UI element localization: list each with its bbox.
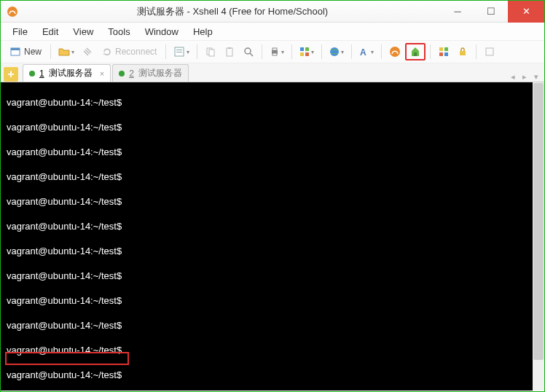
svg-rect-16 (305, 47, 309, 51)
svg-point-10 (245, 48, 251, 54)
disconnect-button[interactable] (79, 43, 96, 60)
xagent-button[interactable] (386, 43, 404, 60)
scrollbar[interactable] (533, 82, 544, 391)
tab-2[interactable]: 2 测试服务器 (112, 64, 189, 82)
color-scheme-button[interactable]: ▾ (297, 43, 317, 60)
menu-help[interactable]: Help (186, 25, 220, 39)
svg-rect-22 (414, 52, 417, 56)
terminal-line: vagrant@ubuntu-14:~/test$ (7, 195, 538, 208)
svg-rect-17 (300, 52, 304, 56)
separator (197, 44, 197, 59)
separator (476, 44, 477, 59)
svg-rect-28 (486, 48, 493, 55)
window-title: 测试服务器 - Xshell 4 (Free for Home/School) (24, 5, 441, 18)
add-tab-button[interactable]: + (4, 67, 18, 82)
properties-button[interactable]: ▾ (170, 43, 192, 60)
menubar: File Edit View Tools Window Help (1, 23, 544, 40)
tab-next-button[interactable]: ▸ (519, 72, 530, 82)
svg-rect-23 (439, 47, 443, 51)
separator (50, 44, 51, 59)
paste-button[interactable] (221, 43, 238, 60)
tab-index: 1 (39, 68, 44, 79)
tile-button[interactable] (435, 43, 452, 60)
chevron-down-icon: ▾ (311, 49, 314, 55)
menu-view[interactable]: View (66, 25, 101, 39)
svg-rect-25 (439, 52, 443, 56)
tab-list-button[interactable]: ▾ (531, 72, 541, 82)
chevron-down-icon: ▾ (341, 49, 344, 55)
font-button[interactable]: A ▾ (356, 43, 377, 60)
find-button[interactable] (240, 43, 257, 60)
terminal-line: vagrant@ubuntu-14:~/test$ (7, 344, 538, 356)
menu-edit[interactable]: Edit (35, 25, 66, 39)
terminal-line: vagrant@ubuntu-14:~/test$ (7, 294, 538, 307)
svg-rect-27 (460, 51, 466, 55)
svg-rect-13 (272, 48, 277, 50)
titlebar: 测试服务器 - Xshell 4 (Free for Home/School) … (1, 1, 544, 23)
lock-button[interactable] (454, 43, 471, 60)
maximize-button[interactable]: ☐ (474, 1, 508, 23)
tab-label: 测试服务器 (49, 67, 93, 79)
separator (262, 44, 262, 59)
tab-prev-button[interactable]: ◂ (508, 72, 518, 82)
app-icon (7, 6, 18, 17)
new-label: New (24, 47, 42, 57)
separator (351, 44, 352, 59)
fullscreen-button[interactable] (481, 43, 498, 60)
separator (381, 44, 382, 59)
terminal-line: vagrant@ubuntu-14:~/test$ (7, 270, 538, 282)
svg-rect-24 (444, 47, 448, 51)
connected-indicator-icon (29, 71, 35, 77)
svg-rect-2 (11, 48, 20, 50)
terminal-line: vagrant@ubuntu-14:~/test$ (7, 319, 538, 332)
terminal-line: vagrant@ubuntu-14:~/test$ (7, 245, 538, 257)
terminal-line: vagrant@ubuntu-14:~/test$ (7, 121, 538, 133)
chevron-down-icon: ▾ (71, 49, 74, 55)
terminal[interactable]: vagrant@ubuntu-14:~/test$ vagrant@ubuntu… (1, 82, 544, 391)
svg-rect-9 (228, 47, 231, 49)
open-button[interactable]: ▾ (55, 43, 77, 60)
svg-rect-14 (272, 53, 277, 55)
svg-rect-18 (305, 52, 309, 56)
xftp-button[interactable] (405, 43, 426, 60)
svg-rect-5 (176, 52, 182, 52)
new-button[interactable]: New (5, 43, 46, 60)
print-button[interactable]: ▾ (267, 43, 287, 60)
svg-rect-4 (176, 50, 182, 50)
tab-1[interactable]: 1 测试服务器 × (23, 64, 111, 82)
svg-rect-8 (227, 48, 232, 56)
separator (165, 44, 166, 59)
terminal-line: vagrant@ubuntu-14:~/test$ (7, 369, 538, 381)
minimize-button[interactable]: ─ (441, 1, 474, 23)
separator (321, 44, 322, 59)
scrollbar-thumb[interactable] (533, 83, 544, 360)
tabbar: + 1 测试服务器 × 2 测试服务器 ◂ ▸ ▾ (1, 63, 544, 82)
close-button[interactable]: ✕ (508, 1, 544, 23)
menu-file[interactable]: File (5, 25, 35, 39)
window-controls: ─ ☐ ✕ (441, 1, 544, 23)
svg-text:A: A (360, 47, 366, 57)
toolbar: New ▾ Reconnect ▾ ▾ ▾ ▾ A ▾ (1, 40, 544, 63)
terminal-line: vagrant@ubuntu-14:~/test$ (7, 96, 538, 109)
separator (430, 44, 431, 59)
menu-window[interactable]: Window (138, 25, 186, 39)
chevron-down-icon: ▾ (371, 49, 374, 55)
tab-label: 测试服务器 (138, 67, 182, 79)
tab-index: 2 (129, 68, 134, 79)
chevron-down-icon: ▾ (187, 49, 189, 55)
reconnect-label: Reconnect (115, 47, 157, 57)
terminal-line: vagrant@ubuntu-14:~/test$ (7, 146, 538, 158)
tab-close-button[interactable]: × (100, 69, 104, 78)
copy-button[interactable] (202, 43, 219, 60)
globe-button[interactable]: ▾ (326, 43, 347, 60)
svg-rect-15 (300, 47, 304, 51)
svg-rect-7 (209, 50, 214, 56)
chevron-down-icon: ▾ (281, 49, 284, 55)
svg-point-19 (330, 47, 339, 56)
terminal-line: vagrant@ubuntu-14:~/test$ (7, 220, 538, 232)
connected-indicator-icon (119, 71, 125, 77)
menu-tools[interactable]: Tools (101, 25, 137, 39)
svg-line-11 (250, 53, 253, 56)
reconnect-button[interactable]: Reconnect (98, 43, 161, 60)
terminal-line: vagrant@ubuntu-14:~/test$ (7, 170, 538, 183)
